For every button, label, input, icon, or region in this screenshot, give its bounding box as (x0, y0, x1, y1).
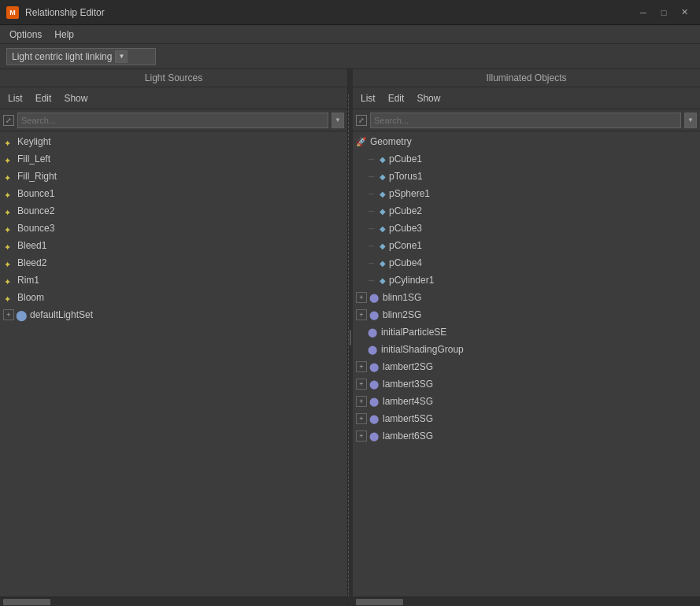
list-item[interactable]: 🚀 Geometry (353, 133, 700, 150)
list-item[interactable]: Fill_Right (0, 168, 347, 185)
expand-icon[interactable]: + (356, 379, 367, 390)
illum-search-row: ⤢ ▼ (353, 109, 700, 131)
expand-icon[interactable]: + (356, 430, 367, 442)
list-item[interactable]: + ⬤ defaultLightSet (0, 306, 347, 323)
window-title: Relationship Editor (25, 7, 105, 18)
light-expand-icon[interactable]: ⤢ (3, 115, 14, 126)
list-item[interactable]: Bleed1 (0, 237, 347, 254)
main-content: Light Sources List Edit Show ⤢ ▼ Keyligh… (0, 69, 700, 606)
item-label: Bounce1 (17, 188, 54, 199)
mesh-icon: ◆ (380, 207, 386, 216)
item-label: Keylight (17, 136, 51, 147)
list-item[interactable]: Bleed2 (0, 254, 347, 272)
list-item[interactable]: ─ ◆ pSphere1 (353, 185, 700, 202)
illum-horizontal-scrollbar[interactable] (353, 597, 700, 606)
expand-icon[interactable]: + (3, 309, 14, 320)
title-bar-left: M Relationship Editor (6, 6, 105, 19)
list-item[interactable]: Rim1 (0, 272, 347, 289)
menu-options[interactable]: Options (3, 28, 48, 42)
illum-tree-list: 🚀 Geometry ─ ◆ pCube1 ─ ◆ pTorus1 ─ ◆ pS… (353, 131, 700, 597)
list-item[interactable]: Keylight (0, 133, 347, 150)
list-item[interactable]: + ⬤ lambert5SG (353, 410, 700, 427)
list-item[interactable]: + ⬤ lambert4SG (353, 393, 700, 410)
list-item[interactable]: ⬤ initialShadingGroup (353, 341, 700, 358)
light-search-dropdown[interactable]: ▼ (331, 113, 344, 128)
link-mode-dropdown[interactable]: Light centric light linking ▼ (6, 48, 156, 65)
item-label: Bloom (17, 292, 44, 303)
list-item[interactable]: + ⬤ blinn2SG (353, 306, 700, 323)
expand-icon[interactable]: + (356, 309, 367, 320)
item-label: pCube1 (389, 153, 422, 164)
list-item[interactable]: Fill_Left (0, 150, 347, 168)
light-icon (3, 276, 14, 284)
tree-connector: ─ (369, 190, 378, 198)
item-label: blinn2SG (383, 309, 421, 320)
light-icon (3, 190, 14, 198)
illum-search-dropdown[interactable]: ▼ (684, 113, 697, 128)
list-item[interactable]: + ⬤ lambert3SG (353, 375, 700, 393)
list-item[interactable]: ─ ◆ pTorus1 (353, 168, 700, 185)
tree-connector: ─ (369, 224, 378, 233)
list-item[interactable]: + ⬤ lambert2SG (353, 358, 700, 375)
expand-icon[interactable]: + (356, 292, 367, 303)
item-label: pCube2 (389, 205, 422, 216)
item-label: Bleed2 (17, 257, 46, 268)
app-icon: M (6, 6, 19, 19)
dropdown-row: Light centric light linking ▼ (0, 44, 700, 69)
light-horizontal-scrollbar[interactable] (0, 597, 347, 606)
light-search-row: ⤢ ▼ (0, 109, 347, 131)
list-item[interactable]: Bounce2 (0, 202, 347, 220)
divider-indicator (350, 330, 351, 345)
tree-connector: ─ (369, 259, 378, 268)
folder-icon: 🚀 (356, 137, 367, 147)
illuminated-objects-panel: Illuminated Objects List Edit Show ⤢ ▼ 🚀… (353, 69, 700, 606)
sg-icon: ⬤ (369, 430, 380, 442)
light-edit-tab[interactable]: Edit (31, 91, 57, 105)
maximize-button[interactable]: □ (654, 3, 673, 22)
item-label: pCone1 (389, 240, 422, 251)
list-item[interactable]: + ⬤ blinn1SG (353, 289, 700, 306)
list-item[interactable]: Bounce1 (0, 185, 347, 202)
item-label: Geometry (370, 136, 412, 147)
expand-icon[interactable]: + (356, 396, 367, 407)
illum-search-input[interactable] (370, 113, 681, 128)
mesh-icon: ◆ (380, 276, 386, 285)
menu-help[interactable]: Help (48, 28, 80, 42)
menu-bar: Options Help (0, 25, 700, 44)
tree-connector: ─ (369, 276, 378, 285)
minimize-button[interactable]: ─ (634, 3, 653, 22)
close-button[interactable]: ✕ (675, 3, 694, 22)
list-item[interactable]: ─ ◆ pCube4 (353, 254, 700, 272)
illum-expand-icon[interactable]: ⤢ (356, 115, 367, 126)
item-label: pCylinder1 (389, 275, 434, 286)
dropdown-value: Light centric light linking (12, 51, 112, 62)
item-label: lambert2SG (383, 361, 433, 372)
mesh-icon: ◆ (380, 172, 386, 181)
illum-list-tab[interactable]: List (356, 91, 380, 105)
illum-edit-tab[interactable]: Edit (383, 91, 409, 105)
dropdown-arrow-icon[interactable]: ▼ (115, 50, 128, 63)
item-label: Fill_Right (17, 171, 57, 182)
tree-connector: ─ (369, 242, 378, 250)
list-item[interactable]: ─ ◆ pCube2 (353, 202, 700, 220)
expand-icon[interactable]: + (356, 413, 367, 424)
item-label: Bounce3 (17, 223, 54, 234)
item-label: blinn1SG (383, 292, 421, 303)
item-label: pTorus1 (389, 171, 423, 182)
list-item[interactable]: + ⬤ lambert6SG (353, 427, 700, 445)
light-show-tab[interactable]: Show (59, 91, 92, 105)
light-list-tab[interactable]: List (3, 91, 28, 105)
list-item[interactable]: ─ ◆ pCube1 (353, 150, 700, 168)
list-item[interactable]: Bloom (0, 289, 347, 306)
list-item[interactable]: Bounce3 (0, 220, 347, 237)
illum-show-tab[interactable]: Show (412, 91, 445, 105)
light-icon (3, 155, 14, 163)
list-item[interactable]: ─ ◆ pCone1 (353, 237, 700, 254)
list-item[interactable]: ─ ◆ pCube3 (353, 220, 700, 237)
sg-icon: ⬤ (367, 344, 378, 355)
light-icon (3, 242, 14, 249)
list-item[interactable]: ─ ◆ pCylinder1 (353, 272, 700, 289)
expand-icon[interactable]: + (356, 361, 367, 372)
list-item[interactable]: ⬤ initialParticleSE (353, 323, 700, 341)
light-search-input[interactable] (17, 113, 328, 128)
